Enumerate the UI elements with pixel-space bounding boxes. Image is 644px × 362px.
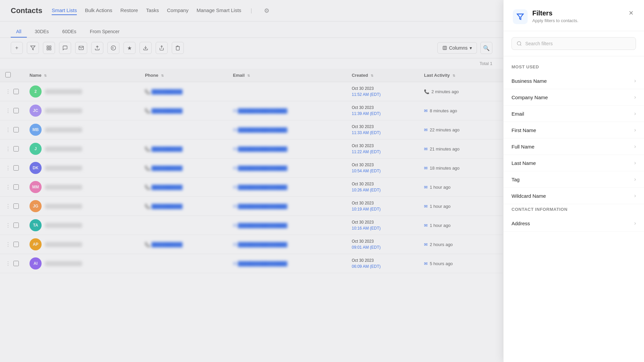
contact-name[interactable]: ████████████ [45, 204, 82, 209]
th-name[interactable]: Name ⇅ [24, 69, 140, 82]
email-link[interactable]: ✉ ████████████████ [233, 166, 341, 171]
phone-link[interactable]: 📞 ██████████ [145, 166, 222, 171]
row-menu-icon[interactable]: ⋮ [5, 241, 11, 248]
contact-name[interactable]: ████████████ [45, 89, 82, 94]
email-link[interactable]: ✉ ████████████████ [233, 261, 341, 266]
columns-button[interactable]: Columns ▾ [437, 42, 477, 54]
tab-manage-smart-lists[interactable]: Manage Smart Lists [197, 6, 241, 15]
export-button[interactable] [107, 42, 119, 54]
sub-tab-60des[interactable]: 60DEs [57, 26, 82, 38]
row-menu-icon[interactable]: ⋮ [5, 108, 11, 114]
tab-bulk-actions[interactable]: Bulk Actions [85, 6, 112, 15]
download-button[interactable] [140, 42, 152, 54]
email-link[interactable]: ✉ ████████████████ [233, 242, 341, 247]
phone-link[interactable]: 📞 ██████████ [145, 146, 222, 152]
contact-name[interactable]: ████████████ [45, 261, 82, 266]
contact-name[interactable]: ████████████ [45, 223, 82, 228]
row-checkbox[interactable] [13, 242, 19, 247]
delete-button[interactable] [172, 42, 184, 54]
row-menu-icon[interactable]: ⋮ [5, 203, 11, 209]
table-container[interactable]: Name ⇅ Phone ⇅ Email ⇅ Created ⇅ Last Ac… [0, 69, 503, 362]
contact-name[interactable]: ████████████ [45, 108, 82, 113]
tab-smart-lists[interactable]: Smart Lists [52, 6, 77, 15]
filter-button[interactable] [27, 42, 39, 54]
svg-line-14 [520, 45, 521, 46]
filter-item-business-name[interactable]: Business Name › [503, 73, 644, 89]
star-button[interactable]: ★ [123, 42, 136, 54]
th-phone[interactable]: Phone ⇅ [140, 69, 227, 82]
activity-time: 5 hours ago [430, 261, 453, 266]
filter-item-company-name[interactable]: Company Name › [503, 89, 644, 106]
sub-tab-all[interactable]: All [11, 26, 27, 38]
filter-item-wildcard-name[interactable]: Wildcard Name › [503, 188, 644, 204]
created-date: Oct 30 2023 [352, 162, 413, 168]
filter-item-email[interactable]: Email › [503, 106, 644, 122]
row-checkbox[interactable] [13, 184, 19, 190]
view-button[interactable] [43, 42, 55, 54]
share-button[interactable] [156, 42, 168, 54]
row-checkbox[interactable] [13, 203, 19, 209]
filter-item-label: Company Name [512, 95, 548, 100]
filter-item-first-name[interactable]: First Name › [503, 122, 644, 138]
total-bar: Total 1 [0, 58, 503, 69]
svg-point-13 [517, 42, 521, 45]
sub-tab-from-spencer[interactable]: From Spencer [85, 26, 125, 38]
activity-cell: ✉ 1 hour ago [419, 178, 503, 197]
row-checkbox[interactable] [13, 165, 19, 171]
row-menu-icon[interactable]: ⋮ [5, 260, 11, 267]
row-checkbox[interactable] [13, 89, 19, 94]
row-menu-icon[interactable]: ⋮ [5, 184, 11, 190]
row-menu-icon[interactable]: ⋮ [5, 88, 11, 95]
th-email[interactable]: Email ⇅ [228, 69, 346, 82]
tab-tasks[interactable]: Tasks [146, 6, 159, 15]
email-link[interactable]: ✉ ████████████████ [233, 108, 341, 113]
contact-name[interactable]: ████████████ [45, 185, 82, 190]
sub-tab-30des[interactable]: 30DEs [30, 26, 54, 38]
row-checkbox[interactable] [13, 108, 19, 113]
th-created[interactable]: Created ⇅ [346, 69, 419, 82]
filter-item-full-name[interactable]: Full Name › [503, 138, 644, 155]
search-button[interactable]: 🔍 [480, 42, 492, 54]
email-link[interactable]: ✉ ████████████████ [233, 127, 341, 132]
row-checkbox[interactable] [13, 127, 19, 132]
phone-link[interactable]: 📞 ██████████ [145, 242, 222, 247]
email-button[interactable] [75, 42, 87, 54]
phone-link[interactable]: 📞 ██████████ [145, 89, 222, 94]
activity-cell: ✉ 2 hours ago [419, 235, 503, 254]
phone-link[interactable]: 📞 ██████████ [145, 185, 222, 190]
email-cell: ✉ ████████████████ [228, 197, 346, 216]
add-contact-button[interactable]: + [11, 42, 23, 54]
th-last-activity[interactable]: Last Activity ⇅ [419, 69, 503, 82]
row-checkbox[interactable] [13, 223, 19, 228]
message-button[interactable] [59, 42, 71, 54]
row-checkbox[interactable] [13, 146, 19, 152]
email-link[interactable]: ✉ ████████████████ [233, 185, 341, 190]
settings-icon[interactable]: ⚙ [264, 7, 269, 14]
filter-chevron-icon: › [634, 193, 636, 199]
contact-name[interactable]: ████████████ [45, 146, 82, 152]
contact-name[interactable]: ████████████ [45, 166, 82, 171]
filter-chevron-icon: › [634, 111, 636, 117]
tab-company[interactable]: Company [167, 6, 189, 15]
contact-name[interactable]: ████████████ [45, 127, 82, 132]
phone-link[interactable]: 📞 ██████████ [145, 108, 222, 113]
email-link[interactable]: ✉ ████████████████ [233, 204, 341, 209]
import-button[interactable] [91, 42, 103, 54]
row-menu-icon[interactable]: ⋮ [5, 222, 11, 229]
activity-icon: ✉ [424, 185, 428, 190]
search-filters-input[interactable] [525, 41, 631, 46]
phone-link[interactable]: 📞 ██████████ [145, 204, 222, 209]
row-checkbox[interactable] [13, 261, 19, 266]
select-all-checkbox[interactable] [5, 72, 11, 77]
tab-restore[interactable]: Restore [120, 6, 138, 15]
filters-close-button[interactable]: ✕ [626, 8, 636, 18]
row-menu-icon[interactable]: ⋮ [5, 127, 11, 133]
contact-name[interactable]: ████████████ [45, 242, 82, 247]
email-link[interactable]: ✉ ████████████████ [233, 146, 341, 152]
email-link[interactable]: ✉ ████████████████ [233, 223, 341, 228]
row-menu-icon[interactable]: ⋮ [5, 165, 11, 171]
filter-item-tag[interactable]: Tag › [503, 171, 644, 188]
row-menu-icon[interactable]: ⋮ [5, 146, 11, 152]
filter-item-last-name[interactable]: Last Name › [503, 155, 644, 171]
filter-item-address[interactable]: Address › [503, 215, 644, 232]
